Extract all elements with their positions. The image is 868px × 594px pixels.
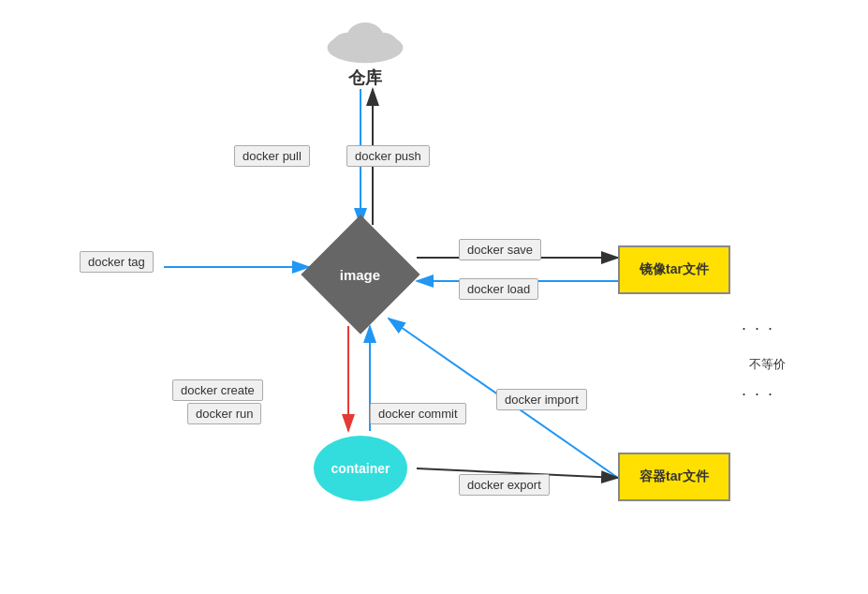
container-tar-label: 容器tar文件 xyxy=(640,468,709,485)
dots-label2: · · · xyxy=(742,384,774,404)
docker-tag-label: docker tag xyxy=(80,251,154,273)
cloud-icon xyxy=(318,14,412,65)
docker-export-label: docker export xyxy=(459,474,550,496)
container-node: container xyxy=(309,431,412,506)
image-label: image xyxy=(340,266,380,282)
image-tar-label: 镜像tar文件 xyxy=(640,261,709,278)
container-circle: container xyxy=(314,436,407,501)
docker-commit-label: docker commit xyxy=(370,403,466,424)
docker-pull-label: docker pull xyxy=(234,145,310,167)
arrows-layer xyxy=(0,0,868,594)
not-equal-label: 不等价 xyxy=(749,356,786,373)
warehouse-label: 仓库 xyxy=(348,67,382,89)
docker-create-label: docker create xyxy=(172,379,263,401)
container-tar-box: 容器tar文件 xyxy=(618,453,730,501)
dots-label: · · · xyxy=(742,319,774,338)
image-tar-box: 镜像tar文件 xyxy=(618,245,730,294)
image-node: image xyxy=(309,223,412,326)
image-diamond: image xyxy=(301,215,419,334)
docker-run-label: docker run xyxy=(187,403,261,424)
docker-save-label: docker save xyxy=(459,239,541,260)
docker-push-label: docker push xyxy=(346,145,430,167)
container-label: container xyxy=(331,461,390,476)
diagram: 仓库 image container 镜像tar文件 容器tar文件 docke… xyxy=(0,0,868,594)
docker-import-label: docker import xyxy=(496,389,587,410)
docker-load-label: docker load xyxy=(459,278,538,300)
svg-point-16 xyxy=(346,22,384,52)
warehouse-node: 仓库 xyxy=(309,14,421,89)
